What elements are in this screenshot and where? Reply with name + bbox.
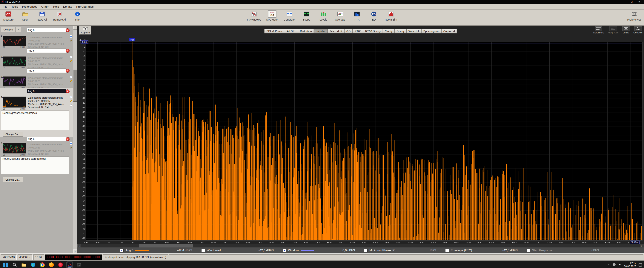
measurement-name-field[interactable] bbox=[27, 48, 66, 53]
mini-chart-icon[interactable] bbox=[70, 142, 72, 145]
edit-pencil-icon[interactable] bbox=[70, 146, 72, 149]
measurement-thumbnail[interactable] bbox=[3, 76, 26, 86]
sidebar-scroll-up-icon[interactable]: ▲ bbox=[73, 26, 77, 29]
menu-tools[interactable]: Tools bbox=[9, 4, 20, 9]
maximize-button[interactable]: ❒ bbox=[628, 0, 635, 3]
legend-checkbox[interactable] bbox=[364, 249, 368, 252]
taskbar-app-tool[interactable] bbox=[76, 262, 82, 268]
tab-all-spl[interactable]: All SPL bbox=[285, 29, 298, 33]
close-button[interactable]: ✕ bbox=[636, 0, 642, 3]
delete-measurement-button[interactable]: ✕ bbox=[66, 69, 70, 73]
scroll-left-icon[interactable]: ◄ bbox=[78, 244, 81, 248]
edit-pencil-icon[interactable] bbox=[70, 80, 72, 82]
measurement-notes[interactable]: Neue Messung grosses stereodreieck bbox=[1, 156, 69, 174]
measurement-thumbnail[interactable] bbox=[3, 143, 26, 154]
menu-donate[interactable]: Donate bbox=[61, 4, 74, 9]
taskbar-search-button[interactable] bbox=[12, 262, 18, 268]
tab-waterfall[interactable]: Waterfall bbox=[406, 29, 421, 33]
notes-icon[interactable] bbox=[70, 104, 72, 106]
menu-preferences[interactable]: Preferences bbox=[20, 4, 39, 9]
change-cal-button[interactable]: Change Cal... bbox=[2, 177, 23, 182]
legend-checkbox[interactable]: ✔ bbox=[120, 249, 124, 252]
tool-eq[interactable]: EQEQ bbox=[368, 10, 380, 21]
capture-button[interactable]: Capture bbox=[80, 26, 92, 34]
tool-ir-windows[interactable]: IR Windows bbox=[247, 10, 261, 21]
graph-scroll-thumb[interactable] bbox=[139, 244, 193, 248]
sidebar-scroll-thumb[interactable] bbox=[73, 69, 77, 102]
menu-pro-upgrades[interactable]: Pro Upgrades bbox=[74, 4, 96, 9]
measurement-thumbnail[interactable] bbox=[3, 56, 26, 66]
taskbar-start-button[interactable] bbox=[2, 262, 9, 268]
menu-help[interactable]: Help bbox=[51, 4, 61, 9]
minimize-button[interactable]: – bbox=[621, 0, 628, 3]
mini-chart-icon[interactable] bbox=[70, 75, 72, 78]
taskbar-app-opera[interactable] bbox=[57, 262, 64, 268]
legend-checkbox[interactable] bbox=[526, 249, 530, 252]
tray-chevron-up-icon[interactable] bbox=[607, 263, 610, 267]
legend-checkbox[interactable] bbox=[201, 249, 205, 252]
edit-pencil-icon[interactable] bbox=[70, 39, 72, 42]
tool-remove-all[interactable]: Remove All bbox=[53, 10, 66, 21]
tool-levels[interactable]: Levels bbox=[318, 10, 329, 21]
tab-spectrogram[interactable]: Spectrogram bbox=[421, 29, 441, 33]
tool-room-sim[interactable]: Room Sim bbox=[385, 10, 397, 21]
network-icon[interactable] bbox=[612, 263, 616, 267]
graph-btn-controls[interactable]: Controls bbox=[634, 26, 642, 34]
graph-horizontal-scrollbar[interactable]: ◄ ► bbox=[77, 244, 644, 248]
tool-overlays[interactable]: Overlays bbox=[334, 10, 346, 21]
measurement-name-field[interactable] bbox=[27, 137, 66, 141]
impulse-response-plot[interactable] bbox=[77, 34, 644, 244]
taskbar-app-rew[interactable] bbox=[66, 262, 73, 268]
change-cal-button[interactable]: Change Cal... bbox=[2, 132, 23, 137]
measurement-name-field[interactable] bbox=[27, 68, 66, 73]
measurement-thumbnail[interactable] bbox=[3, 36, 26, 46]
legend-checkbox[interactable]: ✔ bbox=[283, 249, 286, 252]
ref-marker[interactable]: Ref bbox=[129, 38, 135, 41]
tab-rt60-decay[interactable]: RT60 Decay bbox=[363, 29, 383, 33]
tab-captured[interactable]: Captured bbox=[441, 29, 457, 33]
mini-chart-icon[interactable] bbox=[70, 35, 72, 38]
delete-measurement-button[interactable]: ✕ bbox=[66, 89, 70, 93]
tab-gd[interactable]: GD bbox=[344, 29, 352, 33]
menu-graph[interactable]: Graph bbox=[39, 4, 51, 9]
taskbar-app-firefox[interactable] bbox=[48, 262, 55, 268]
edit-pencil-icon[interactable] bbox=[70, 60, 72, 62]
tab-clarity[interactable]: Clarity bbox=[383, 29, 395, 33]
delete-measurement-button[interactable]: ✕ bbox=[66, 28, 70, 32]
legend-checkbox[interactable] bbox=[445, 249, 449, 252]
tab-spl-phase[interactable]: SPL & Phase bbox=[264, 29, 285, 33]
taskbar-clock[interactable]: 22:17 08.08.2023 bbox=[624, 262, 636, 268]
sidebar-scrollbar[interactable]: ▲ ▼ bbox=[73, 25, 77, 254]
measurement-name-field[interactable] bbox=[27, 28, 66, 32]
edit-pencil-icon[interactable] bbox=[70, 100, 72, 102]
mini-chart-icon[interactable] bbox=[70, 95, 72, 98]
graph-btn-scrollbars[interactable]: Scrollbars bbox=[593, 26, 604, 34]
action-center-icon[interactable] bbox=[638, 263, 642, 267]
tab-filtered-ir[interactable]: Filtered IR bbox=[328, 29, 344, 33]
measurement-thumbnail[interactable] bbox=[3, 97, 26, 108]
tab-rt60[interactable]: RT60 bbox=[352, 29, 363, 33]
taskbar-app-explorer[interactable] bbox=[20, 262, 27, 268]
volume-icon[interactable] bbox=[618, 263, 622, 267]
tool-save-all[interactable]: Save All bbox=[36, 10, 48, 21]
tab-decay[interactable]: Decay bbox=[394, 29, 406, 33]
collapse-arrow-button[interactable]: « bbox=[16, 27, 21, 32]
measurement-name-field[interactable] bbox=[27, 89, 66, 93]
menu-file[interactable]: File bbox=[1, 4, 9, 9]
graph-btn-limits[interactable]: Limits bbox=[622, 26, 630, 34]
tool-generator[interactable]: Generator bbox=[284, 10, 295, 21]
measurement-notes[interactable]: Rechts grosses stereodreieck bbox=[1, 111, 69, 130]
collapse-button[interactable]: Collapse bbox=[1, 27, 16, 32]
tool-spl-meter[interactable]: dB SPL83SPL Meter bbox=[266, 10, 278, 21]
taskbar-app-edge[interactable] bbox=[30, 262, 36, 268]
delete-measurement-button[interactable]: ✕ bbox=[66, 49, 70, 53]
tab-impulse[interactable]: Impulse bbox=[314, 29, 328, 33]
tool-info[interactable]: iInfo bbox=[72, 10, 83, 21]
axis-corner-readout[interactable]: 425m bbox=[80, 40, 88, 44]
sidebar-scroll-down-icon[interactable]: ▼ bbox=[73, 250, 77, 253]
tool-scope[interactable]: Scope bbox=[301, 10, 312, 21]
scroll-right-icon[interactable]: ► bbox=[640, 244, 644, 248]
tab-distortion[interactable]: Distortion bbox=[298, 29, 314, 33]
tool-preferences[interactable]: Preferences bbox=[627, 10, 642, 21]
taskbar-app-chrome[interactable] bbox=[39, 262, 46, 268]
